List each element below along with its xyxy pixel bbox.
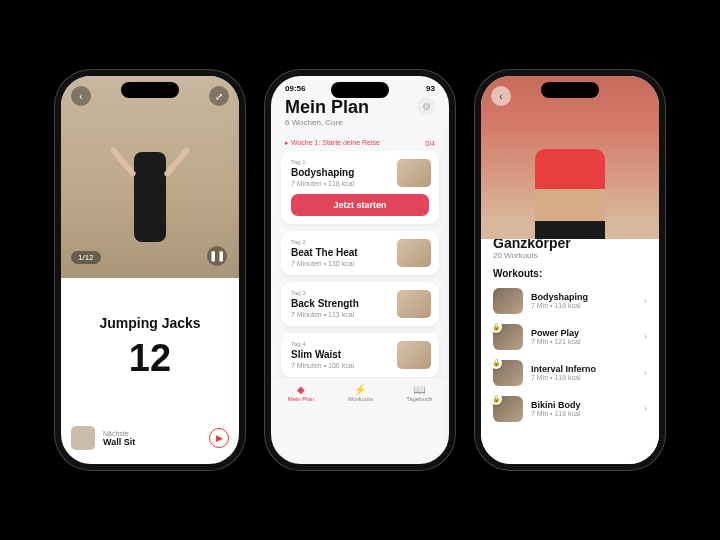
rep-count: 12	[129, 337, 171, 380]
plan-header: Mein Plan 6 Wochen, Core ⚙	[271, 93, 449, 135]
card-thumb	[397, 290, 431, 318]
settings-icon[interactable]: ⚙	[417, 97, 435, 115]
status-battery: 93	[426, 84, 435, 93]
week-progress: 0/4	[425, 140, 435, 147]
workout-thumb: 🔒	[493, 324, 523, 350]
tab-bar: ◆ Mein Plan ⚡ Workouts 📖 Tagebuch	[271, 377, 449, 412]
phone-plan: 09:56 93 Mein Plan 6 Wochen, Core ⚙ ▸ Wo…	[265, 70, 455, 470]
card-thumb	[397, 159, 431, 187]
zoom-icon[interactable]: ⤢	[209, 86, 229, 106]
workout-row[interactable]: 🔒 Bikini Body 7 Min • 118 kcal ›	[493, 391, 647, 427]
chevron-right-icon: ›	[644, 295, 647, 306]
chevron-right-icon: ›	[644, 331, 647, 342]
status-time: 09:56	[285, 84, 305, 93]
tab-journal[interactable]: 📖 Tagebuch	[406, 384, 432, 402]
workout-meta: 7 Min • 121 kcal	[531, 338, 636, 345]
chevron-right-icon: ›	[644, 403, 647, 414]
chevron-right-icon: ›	[644, 367, 647, 378]
trainer-figure	[134, 152, 166, 242]
category-hero: ‹	[481, 76, 659, 239]
week-label: Woche 1: Starte deine Reise	[291, 139, 380, 146]
tab-workouts[interactable]: ⚡ Workouts	[348, 384, 373, 402]
exercise-name: Jumping Jacks	[99, 315, 200, 331]
page-title: Mein Plan	[285, 97, 369, 118]
start-button[interactable]: Jetzt starten	[291, 194, 429, 216]
tab-plan[interactable]: ◆ Mein Plan	[288, 384, 315, 402]
lock-icon: 🔒	[490, 321, 502, 333]
plan-cards: Tag 1 Bodyshaping 7 Minuten • 118 kcal J…	[271, 151, 449, 377]
plan-card[interactable]: Tag 3 Back Strength 7 Minuten • 113 kcal	[281, 282, 439, 326]
card-thumb	[397, 341, 431, 369]
plan-card[interactable]: Tag 4 Slim Waist 7 Minuten • 106 kcal	[281, 333, 439, 377]
workout-meta: 7 Min • 118 kcal	[531, 374, 636, 381]
workout-row[interactable]: 🔒 Interval Inferno 7 Min • 118 kcal ›	[493, 355, 647, 391]
pause-button[interactable]: ❚❚	[207, 246, 227, 266]
tab-label: Workouts	[348, 396, 373, 402]
next-thumb	[71, 426, 95, 450]
lock-icon: 🔒	[490, 357, 502, 369]
skip-button[interactable]: ▶	[209, 428, 229, 448]
phone-workout-player: ‹ ⤢ 1/12 ❚❚ Jumping Jacks 12 Nächste Wal…	[55, 70, 245, 470]
workout-meta: 7 Min • 118 kcal	[531, 410, 636, 417]
workout-name: Power Play	[531, 328, 636, 338]
workout-name: Bodyshaping	[531, 292, 636, 302]
rep-progress-pill: 1/12	[71, 251, 101, 264]
workout-meta: 7 Min • 118 kcal	[531, 302, 636, 309]
workout-name: Interval Inferno	[531, 364, 636, 374]
next-label: Nächste	[103, 430, 201, 437]
plan-card[interactable]: Tag 1 Bodyshaping 7 Minuten • 118 kcal J…	[281, 151, 439, 224]
back-button[interactable]: ‹	[491, 86, 511, 106]
next-name: Wall Sit	[103, 437, 201, 447]
tab-label: Mein Plan	[288, 396, 315, 402]
workout-thumb	[493, 288, 523, 314]
category-body: Ganzkörper 20 Workouts Workouts: Bodysha…	[481, 227, 659, 464]
workout-thumb: 🔒	[493, 360, 523, 386]
lock-icon: 🔒	[490, 393, 502, 405]
workout-name: Bikini Body	[531, 400, 636, 410]
exercise-video: ‹ ⤢ 1/12 ❚❚	[61, 76, 239, 278]
phone-category: ‹ Ganzkörper 20 Workouts Workouts: Bodys…	[475, 70, 665, 470]
card-thumb	[397, 239, 431, 267]
notch	[121, 82, 179, 98]
tab-label: Tagebuch	[406, 396, 432, 402]
workouts-icon: ⚡	[354, 384, 366, 395]
next-exercise-bar: Nächste Wall Sit ▶	[61, 418, 239, 464]
journal-icon: 📖	[413, 384, 425, 395]
plan-icon: ◆	[297, 384, 305, 395]
week-header[interactable]: ▸ Woche 1: Starte deine Reise 0/4	[271, 135, 449, 151]
workout-row[interactable]: 🔒 Power Play 7 Min • 121 kcal ›	[493, 319, 647, 355]
back-button[interactable]: ‹	[71, 86, 91, 106]
workout-thumb: 🔒	[493, 396, 523, 422]
notch	[331, 82, 389, 98]
notch	[541, 82, 599, 98]
workout-row[interactable]: Bodyshaping 7 Min • 118 kcal ›	[493, 283, 647, 319]
plan-card[interactable]: Tag 2 Beat The Heat 7 Minuten • 130 kcal	[281, 231, 439, 275]
section-heading: Workouts:	[493, 268, 647, 279]
exercise-info: Jumping Jacks 12	[61, 278, 239, 418]
category-count: 20 Workouts	[493, 251, 647, 260]
page-subtitle: 6 Wochen, Core	[285, 118, 369, 127]
